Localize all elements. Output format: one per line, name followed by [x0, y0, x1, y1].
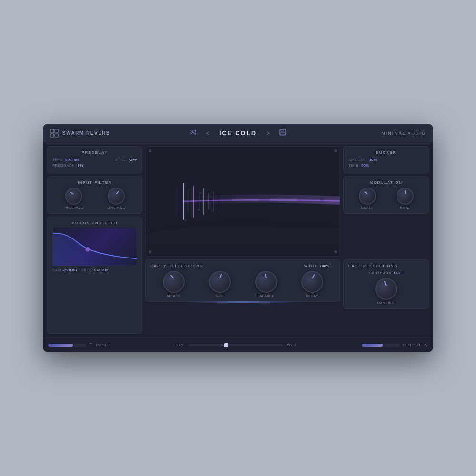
modulation-section: MODULATION DEPTH RATE	[343, 176, 429, 214]
input-label: INPUT	[96, 343, 109, 347]
plugin-name-label: SWARM REVERB	[62, 130, 110, 136]
early-reflections-section: EARLY REFLECTIONS ··· WIDTH 100% ··· ATT…	[145, 259, 340, 334]
input-level-fill	[48, 344, 73, 347]
diffusion-dots-right: ···	[405, 272, 409, 275]
damping-knob-wrap: DAMPING	[375, 278, 397, 305]
balance-label: BALANCE	[257, 294, 274, 298]
input-section: ⌃ INPUT	[48, 342, 109, 347]
top-bar: SWARM REVERB < ICE COLD > MINIMAL AUD	[43, 124, 433, 142]
ducker-time-value: 50%	[361, 163, 369, 168]
modulation-knobs: DEPTH RATE	[348, 188, 424, 209]
connector-line	[185, 301, 301, 303]
attack-knob[interactable]	[163, 271, 185, 293]
early-reflections-knobs: ATTACK SIZE BALANCE DECAY	[150, 271, 335, 298]
freq-value: 5.48 kHz	[93, 268, 108, 272]
input-level-bar	[48, 344, 86, 347]
output-level-bar	[362, 344, 400, 347]
svg-rect-3	[55, 134, 58, 137]
ducker-time-row: TIME 50%	[348, 163, 424, 168]
size-knob[interactable]	[209, 271, 231, 293]
diffusion-control: ··· DIFFUSION 100% ···	[348, 271, 424, 275]
late-reflections-panel: LATE REFLECTIONS ··· DIFFUSION 100% ··· …	[343, 259, 429, 309]
output-level-fill	[362, 344, 383, 347]
prev-preset-button[interactable]: <	[203, 129, 213, 138]
rate-knob[interactable]	[397, 188, 414, 205]
width-label: WIDTH	[304, 264, 318, 268]
width-dots-right: ···	[331, 265, 335, 268]
amount-value: 30%	[369, 158, 377, 162]
waveform-icon[interactable]: ∿	[424, 342, 428, 347]
dry-label: DRY	[175, 343, 184, 347]
size-label: SIZE	[216, 294, 224, 298]
top-bar-center: < ICE COLD >	[175, 129, 300, 138]
diffusion-display	[52, 228, 137, 266]
input-filter-section: INPUT FILTER HIGHPASS LOWPASS	[47, 176, 142, 214]
diffusion-dots-left: ···	[363, 272, 367, 275]
width-dots-left: ···	[298, 265, 302, 268]
attack-label: ATTACK	[167, 294, 181, 298]
next-preset-button[interactable]: >	[263, 129, 273, 138]
decay-knob[interactable]	[301, 271, 323, 293]
feedback-label: FEEDBACK	[52, 163, 75, 168]
diffusion-value: 100%	[394, 271, 403, 275]
depth-label: DEPTH	[361, 206, 373, 209]
dry-wet-thumb[interactable]	[224, 343, 228, 347]
rate-label: RATE	[400, 206, 409, 209]
predelay-time-row: TIME 9.70 ms SYNC OFF	[52, 158, 137, 162]
width-control: ··· WIDTH 100% ···	[298, 264, 335, 268]
attack-knob-wrap: ATTACK	[163, 271, 185, 298]
predelay-feedback-row: FEEDBACK 0%	[52, 163, 137, 168]
svg-rect-1	[50, 134, 54, 137]
top-bar-right: MINIMAL AUDIO	[301, 131, 426, 136]
late-reflections-header: LATE REFLECTIONS	[348, 264, 424, 268]
predelay-title: PREDELAY	[52, 150, 137, 155]
predelay-section: PREDELAY TIME 9.70 ms SYNC OFF FEEDBACK …	[47, 146, 142, 173]
width-value: 100%	[320, 264, 329, 268]
svg-rect-5	[281, 129, 284, 131]
ducker-title: DUCKER	[348, 150, 424, 155]
svg-rect-6	[280, 132, 285, 135]
visualizer-svg	[146, 147, 340, 256]
shuffle-icon[interactable]	[190, 129, 197, 137]
time-value: 9.70 ms	[65, 158, 79, 162]
input-chevron-icon[interactable]: ⌃	[89, 342, 93, 347]
ducker-time-label: TIME	[348, 163, 358, 168]
freq-label: FREQ	[82, 268, 92, 272]
late-reflections-title: LATE REFLECTIONS	[348, 264, 397, 268]
sync-label: SYNC	[115, 158, 127, 162]
lowpass-knob[interactable]	[108, 188, 125, 205]
balance-knob[interactable]	[255, 271, 277, 293]
balance-knob-wrap: BALANCE	[255, 271, 277, 298]
late-reflections-knobs: DAMPING	[348, 278, 424, 305]
time-label: TIME	[52, 158, 62, 162]
depth-knob[interactable]	[359, 188, 376, 205]
reverb-visualizer	[145, 146, 340, 257]
center-top	[145, 146, 340, 257]
ducker-section: DUCKER AMOUNT 30% TIME 50%	[343, 146, 429, 173]
lowpass-label: LOWPASS	[107, 206, 125, 209]
damping-label: DAMPING	[377, 301, 395, 305]
modulation-title: MODULATION	[348, 180, 424, 185]
highpass-knob[interactable]	[65, 188, 82, 205]
left-column: PREDELAY TIME 9.70 ms SYNC OFF FEEDBACK …	[47, 146, 142, 334]
late-reflections-section: LATE REFLECTIONS ··· DIFFUSION 100% ··· …	[343, 259, 429, 334]
damping-knob[interactable]	[375, 278, 397, 300]
dry-wet-section: DRY WET	[114, 343, 357, 347]
diffusion-filter-section: DIFFUSION FILTER	[47, 217, 142, 334]
highpass-label: HIGHPASS	[64, 206, 83, 209]
output-section: OUTPUT ∿	[362, 342, 428, 347]
plugin-window: SWARM REVERB < ICE COLD > MINIMAL AUD	[43, 124, 433, 352]
gain-value: -23.0 dB	[63, 268, 77, 272]
early-reflections-title: EARLY REFLECTIONS	[150, 264, 203, 268]
dry-wet-slider[interactable]	[188, 344, 283, 346]
gain-label: GAIN	[52, 268, 61, 272]
diffusion-filter-title: DIFFUSION FILTER	[52, 221, 137, 225]
input-filter-title: INPUT FILTER	[52, 180, 137, 185]
lowpass-knob-wrap: LOWPASS	[107, 188, 125, 209]
svg-rect-0	[50, 129, 54, 133]
decay-knob-wrap: DECAY	[301, 271, 323, 298]
main-grid: PREDELAY TIME 9.70 ms SYNC OFF FEEDBACK …	[43, 142, 433, 337]
save-icon[interactable]	[279, 129, 286, 137]
input-filter-knobs: HIGHPASS LOWPASS	[52, 188, 137, 209]
output-label: OUTPUT	[403, 343, 421, 347]
